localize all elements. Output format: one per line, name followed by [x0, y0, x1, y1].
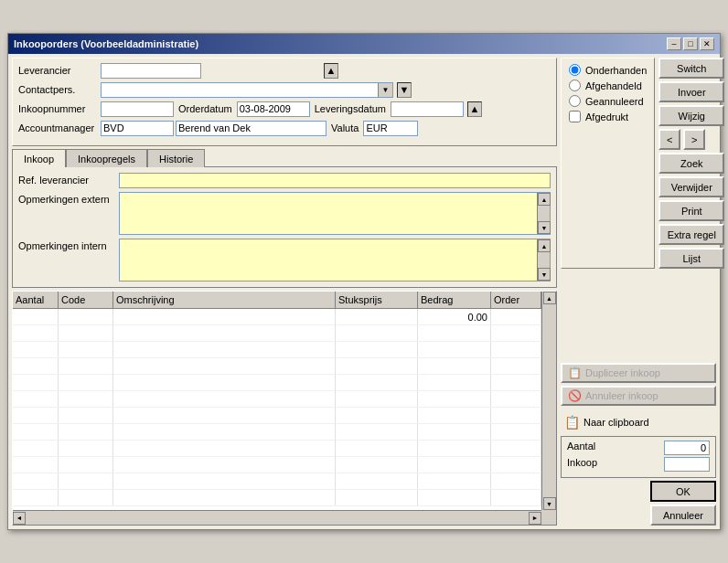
- left-content: Leverancier ▲ Contactpers. ▼ ▼ Inkoop: [12, 58, 557, 526]
- title-bar-buttons: – □ ✕: [667, 37, 714, 50]
- totals-aantal-label: Aantal: [567, 441, 595, 455]
- table-row: [13, 473, 541, 490]
- table-header: Aantal Code Omschrijving Stuksprijs Bedr…: [13, 292, 541, 309]
- table-row: [13, 325, 541, 342]
- extra-regel-button[interactable]: Extra regel: [658, 224, 724, 245]
- accountmanager-code-input[interactable]: [101, 121, 174, 136]
- valuta-label: Valuta: [327, 122, 363, 133]
- totals-inkoop-value: [664, 457, 710, 472]
- cell-bedrag: 0.00: [418, 309, 491, 324]
- ref-leverancier-input[interactable]: [119, 173, 551, 188]
- switch-button[interactable]: Switch: [658, 58, 724, 79]
- radio-onderhanden-label: Onderhanden: [585, 65, 647, 76]
- ref-leverancier-label: Ref. leverancier: [18, 173, 119, 186]
- col-order: Order: [491, 292, 541, 308]
- scroll-up-intern-icon[interactable]: ▲: [538, 239, 551, 252]
- table-vscrollbar[interactable]: ▲ ▼: [541, 292, 556, 510]
- leverancier-scrollbar[interactable]: ▲: [324, 63, 338, 79]
- contactpers-dropdown[interactable]: ▼: [101, 82, 393, 98]
- afgedrukt-label: Afgedrukt: [585, 112, 628, 122]
- annuleer-inkoop-button[interactable]: 🚫 Annuleer inkoop: [561, 386, 716, 406]
- scroll-track-intern: [538, 252, 550, 268]
- tab-historie[interactable]: Historie: [147, 149, 205, 167]
- window-title: Inkooporders (Voorbeeldadministratie): [14, 38, 198, 49]
- inkoopnummer-label: Inkoopnummer: [18, 103, 101, 114]
- radio-onderhanden-input[interactable]: [569, 64, 581, 76]
- inkoop-scrollbar[interactable]: ▲: [467, 101, 482, 117]
- inkoopnummer-input[interactable]: [101, 101, 174, 117]
- contactpers-scrollbar[interactable]: ▼: [397, 82, 412, 98]
- leverancier-input[interactable]: [101, 63, 201, 79]
- table-row: [13, 490, 541, 506]
- verwijder-button[interactable]: Verwijder: [658, 176, 724, 197]
- next-button[interactable]: >: [683, 129, 705, 150]
- orderdatum-input[interactable]: [237, 101, 310, 117]
- table-scroll-up-icon[interactable]: ▲: [543, 292, 556, 304]
- clipboard-area[interactable]: 📋 Naar clipboard: [561, 411, 716, 433]
- opmerkingen-intern-scrollbar[interactable]: ▲ ▼: [537, 239, 550, 281]
- col-stuksprijs: Stuksprijs: [336, 292, 418, 308]
- afgedrukt-checkbox[interactable]: [569, 111, 581, 122]
- col-bedrag: Bedrag: [418, 292, 491, 308]
- radio-onderhanden[interactable]: Onderhanden: [569, 64, 647, 76]
- ok-button[interactable]: OK: [650, 481, 716, 502]
- scroll-down-intern-icon[interactable]: ▼: [538, 268, 551, 281]
- maximize-button[interactable]: □: [683, 37, 698, 50]
- contactpers-input[interactable]: [102, 83, 378, 97]
- dupliceer-label: Dupliceer inkoop: [585, 367, 660, 378]
- button-column: Switch Invoer Wijzig < > Zoek Verwijder …: [658, 58, 724, 269]
- col-aantal: Aantal: [13, 292, 59, 308]
- print-button[interactable]: Print: [658, 200, 724, 221]
- annuleer-inkoop-label: Annuleer inkoop: [585, 390, 658, 401]
- table-scroll-left-icon[interactable]: ◄: [13, 512, 26, 525]
- totals-aantal-row: Aantal 0: [567, 441, 710, 455]
- table-container: Aantal Code Omschrijving Stuksprijs Bedr…: [12, 291, 557, 526]
- radio-geannuleerd-input[interactable]: [569, 95, 581, 107]
- scroll-up-icon[interactable]: ▲: [538, 193, 551, 206]
- copy-icon: 📋: [568, 366, 582, 379]
- table-row: [13, 375, 541, 391]
- prev-button[interactable]: <: [658, 129, 680, 150]
- totals-aantal-value: 0: [664, 441, 710, 455]
- cell-aantal: [13, 309, 59, 324]
- dupliceer-inkoop-button[interactable]: 📋 Dupliceer inkoop: [561, 363, 716, 383]
- cell-order: [491, 309, 541, 324]
- table-scroll-right-icon[interactable]: ►: [529, 512, 541, 525]
- minimize-button[interactable]: –: [667, 37, 681, 50]
- invoer-button[interactable]: Invoer: [658, 81, 724, 102]
- contactpers-row: Contactpers. ▼ ▼: [18, 81, 551, 98]
- opmerkingen-extern-scrollbar[interactable]: ▲ ▼: [537, 193, 550, 234]
- inkoop-form: Ref. leverancier Opmerkingen extern ▲: [18, 173, 551, 282]
- close-button[interactable]: ✕: [700, 37, 714, 50]
- tab-inkoop[interactable]: Inkoop: [12, 149, 66, 167]
- table-row: [13, 441, 541, 457]
- opmerkingen-intern-container: ▲ ▼: [119, 239, 551, 282]
- table-hscrollbar[interactable]: ◄ ►: [13, 510, 541, 525]
- checkbox-afgedrukt[interactable]: Afgedrukt: [569, 111, 647, 122]
- annuleer-button[interactable]: Annuleer: [650, 505, 716, 526]
- nav-buttons: < >: [658, 129, 724, 150]
- radio-afgehandeld-input[interactable]: [569, 80, 581, 91]
- opmerkingen-intern-textarea[interactable]: [120, 239, 537, 281]
- accountmanager-name-input[interactable]: [176, 121, 327, 136]
- table-scroll-down-icon[interactable]: ▼: [543, 497, 556, 510]
- opmerkingen-extern-container: ▲ ▼: [119, 192, 551, 235]
- zoek-button[interactable]: Zoek: [658, 153, 724, 174]
- opmerkingen-extern-textarea[interactable]: [120, 193, 537, 234]
- radio-afgehandeld[interactable]: Afgehandeld: [569, 80, 647, 91]
- scroll-down-icon[interactable]: ▼: [538, 221, 551, 234]
- tab-inkoopregels[interactable]: Inkoopregels: [66, 149, 147, 167]
- leveringsdatum-label: Leveringsdatum: [310, 103, 391, 114]
- lijst-button[interactable]: Lijst: [658, 248, 724, 269]
- col-omschrijving: Omschrijving: [113, 292, 336, 308]
- contactpers-arrow[interactable]: ▼: [378, 83, 392, 97]
- wijzig-button[interactable]: Wijzig: [658, 105, 724, 126]
- main-layout: Leverancier ▲ Contactpers. ▼ ▼ Inkoop: [8, 54, 720, 529]
- table-row: [13, 342, 541, 358]
- radio-geannuleerd[interactable]: Geannuleerd: [569, 95, 647, 107]
- tab-bar: Inkoop Inkoopregels Historie: [12, 149, 557, 167]
- leveringsdatum-input[interactable]: [391, 101, 464, 117]
- table-inner: Aantal Code Omschrijving Stuksprijs Bedr…: [13, 292, 556, 510]
- valuta-input[interactable]: [363, 121, 418, 136]
- table-scroll-area: Aantal Code Omschrijving Stuksprijs Bedr…: [13, 292, 541, 510]
